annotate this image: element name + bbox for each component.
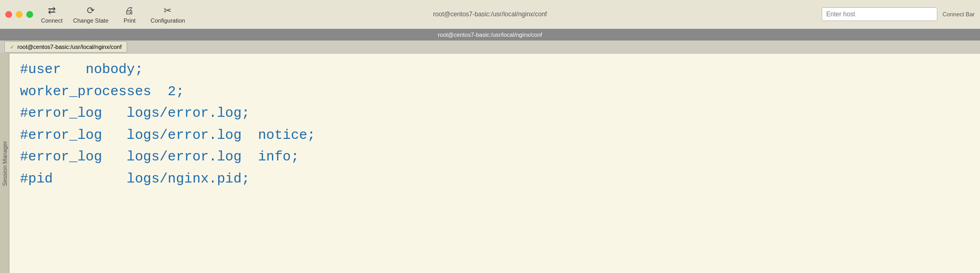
configuration-button[interactable]: ✂ Configuration: [150, 5, 185, 24]
code-content-area: #user nobody; worker_processes 2; #error…: [9, 54, 980, 273]
change-state-icon: ⟳: [87, 5, 95, 16]
print-icon: 🖨: [125, 5, 134, 16]
title-bar: ⇄ Connect ⟳ Change State 🖨 Print ✂ Confi…: [0, 0, 980, 29]
code-line-6: #error_log logs/error.log notice;: [20, 125, 969, 147]
tab-checkmark-icon: ✓: [10, 44, 14, 50]
print-button[interactable]: 🖨 Print: [119, 5, 140, 24]
window-title: root@centos7-basic:/usr/local/nginx/conf: [433, 11, 547, 18]
print-label: Print: [124, 17, 136, 24]
code-line-2: worker_processes 2;: [20, 81, 969, 103]
window-controls: [5, 11, 33, 18]
toolbar: ⇄ Connect ⟳ Change State 🖨 Print ✂ Confi…: [41, 5, 185, 24]
tab-label: root@centos7-basic:/usr/local/nginx/conf: [17, 44, 122, 50]
minimize-button[interactable]: [16, 11, 23, 18]
change-state-label: Change State: [73, 17, 108, 24]
connect-bar-label: Connect Bar: [943, 11, 975, 17]
connect-bar-area: Connect Bar: [822, 7, 975, 21]
configuration-label: Configuration: [150, 17, 185, 24]
tab-item[interactable]: ✓ root@centos7-basic:/usr/local/nginx/co…: [4, 41, 127, 53]
connect-host-input[interactable]: [822, 7, 937, 21]
connect-icon: ⇄: [48, 5, 56, 16]
configuration-icon: ✂: [164, 5, 171, 16]
info-bar: root@centos7-basic:/usr/local/nginx/conf: [0, 29, 980, 41]
main-area: Session Manager #user nobody; worker_pro…: [0, 54, 980, 273]
close-button[interactable]: [5, 11, 12, 18]
tab-bar: ✓ root@centos7-basic:/usr/local/nginx/co…: [0, 41, 980, 54]
maximize-button[interactable]: [26, 11, 33, 18]
window-title-text: root@centos7-basic:/usr/local/nginx/conf: [433, 11, 547, 18]
session-manager-label: Session Manager: [2, 141, 8, 186]
session-manager-sidebar[interactable]: Session Manager: [0, 54, 9, 273]
code-line-1: #user nobody;: [20, 59, 969, 81]
connect-button[interactable]: ⇄ Connect: [41, 5, 63, 24]
code-line-9: #pid logs/nginx.pid;: [20, 168, 969, 190]
change-state-button[interactable]: ⟳ Change State: [73, 5, 108, 24]
info-bar-text: root@centos7-basic:/usr/local/nginx/conf: [438, 32, 542, 38]
code-line-7: #error_log logs/error.log info;: [20, 146, 969, 168]
code-line-5: #error_log logs/error.log;: [20, 103, 969, 125]
connect-label: Connect: [41, 17, 63, 24]
